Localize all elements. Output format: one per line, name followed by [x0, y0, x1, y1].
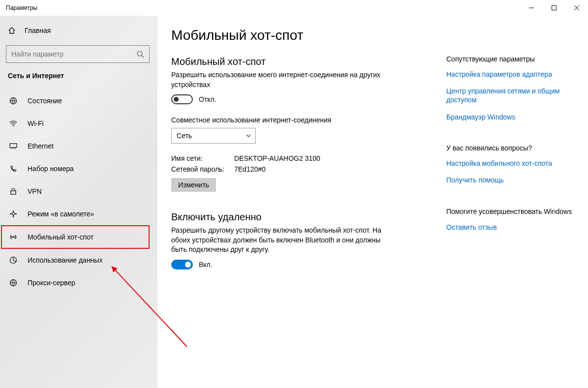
- window-title: Параметры: [6, 4, 37, 11]
- sidebar: Главная Сеть и Интернет Состояние Wi-Fi …: [0, 16, 157, 388]
- remote-desc: Разрешить другому устройству включать мо…: [171, 226, 388, 255]
- improve-heading: Помогите усовершенствовать Windows: [446, 207, 574, 216]
- svg-line-5: [142, 56, 144, 58]
- sidebar-item-label: Ethernet: [28, 142, 54, 150]
- share-select-value: Сеть: [177, 132, 192, 140]
- remote-toggle[interactable]: [171, 260, 193, 269]
- sidebar-category: Сеть и Интернет: [0, 70, 157, 85]
- home-icon: [8, 27, 16, 34]
- maximize-button[interactable]: [543, 0, 565, 16]
- svg-point-7: [13, 125, 14, 126]
- data-usage-icon: [9, 256, 18, 264]
- sidebar-item-label: Состояние: [28, 97, 62, 105]
- svg-rect-12: [11, 191, 16, 194]
- svg-rect-1: [552, 6, 557, 10]
- sidebar-item-label: VPN: [28, 187, 42, 195]
- hotspot-toggle-label: Откл.: [199, 95, 217, 103]
- hotspot-toggle[interactable]: [171, 94, 193, 104]
- remote-toggle-label: Вкл.: [199, 261, 213, 269]
- sidebar-item-label: Использование данных: [28, 256, 102, 264]
- sidebar-item-status[interactable]: Состояние: [0, 90, 157, 112]
- sidebar-item-hotspot[interactable]: Мобильный хот-спот: [1, 225, 150, 249]
- svg-point-4: [137, 51, 142, 56]
- link-network-center[interactable]: Центр управления сетями и общим доступом: [446, 87, 574, 104]
- wifi-icon: [9, 119, 18, 127]
- sidebar-item-label: Мобильный хот-спот: [28, 233, 93, 241]
- share-select[interactable]: Сеть: [171, 128, 256, 144]
- status-icon: [9, 97, 18, 105]
- share-label: Совместное использование интернет-соедин…: [171, 116, 446, 124]
- related-heading: Сопутствующие параметры: [446, 55, 574, 63]
- sidebar-item-dialup[interactable]: Набор номера: [0, 157, 157, 180]
- sidebar-item-label: Набор номера: [28, 165, 74, 173]
- sidebar-item-airplane[interactable]: Режим «в самолете»: [0, 203, 157, 225]
- sidebar-item-vpn[interactable]: VPN: [0, 180, 157, 203]
- remote-heading: Включить удаленно: [171, 211, 446, 223]
- search-input[interactable]: [11, 50, 136, 58]
- content: Мобильный хот-спот Мобильный хот-спот Ра…: [171, 28, 446, 388]
- dialup-icon: [9, 165, 18, 173]
- net-pass-value: 7Ed120#0: [234, 165, 266, 173]
- chevron-down-icon: [246, 133, 251, 139]
- sidebar-item-label: Wi-Fi: [28, 119, 44, 127]
- sidebar-item-data-usage[interactable]: Использование данных: [0, 249, 157, 271]
- window-controls: [520, 0, 588, 16]
- net-pass-label: Сетевой пароль:: [171, 165, 234, 173]
- hotspot-desc: Разрешить использование моего интернет-с…: [171, 70, 383, 90]
- link-hotspot-setup[interactable]: Настройка мобильного хот-спота: [446, 159, 574, 168]
- airplane-icon: [9, 210, 18, 218]
- edit-button[interactable]: Изменить: [171, 178, 216, 192]
- ethernet-icon: [9, 142, 18, 150]
- sidebar-item-label: Режим «в самолете»: [28, 210, 94, 218]
- sidebar-item-label: Прокси-сервер: [28, 279, 75, 287]
- sidebar-item-ethernet[interactable]: Ethernet: [0, 135, 157, 157]
- sidebar-home-label: Главная: [25, 27, 51, 34]
- close-button[interactable]: [565, 0, 588, 16]
- minimize-button[interactable]: [520, 0, 543, 16]
- main: Мобильный хот-спот Мобильный хот-спот Ра…: [157, 16, 588, 388]
- net-name-value: DESKTOP-AUAHOG2 3100: [234, 154, 320, 162]
- svg-point-13: [13, 237, 14, 238]
- aside: Сопутствующие параметры Настройка параме…: [446, 28, 574, 388]
- link-feedback[interactable]: Оставить отзыв: [446, 223, 574, 232]
- sidebar-item-wifi[interactable]: Wi-Fi: [0, 112, 157, 135]
- net-name-label: Имя сети:: [171, 154, 234, 162]
- titlebar: Параметры: [0, 0, 588, 16]
- sidebar-nav: Состояние Wi-Fi Ethernet Набор номера VP…: [0, 90, 157, 294]
- proxy-icon: [9, 279, 18, 287]
- questions-heading: У вас появились вопросы?: [446, 144, 574, 152]
- svg-rect-8: [10, 144, 17, 148]
- hotspot-heading: Мобильный хот-спот: [171, 56, 446, 67]
- page-title: Мобильный хот-спот: [171, 28, 446, 43]
- link-get-help[interactable]: Получить помощь: [446, 176, 574, 184]
- link-adapter-settings[interactable]: Настройка параметров адаптера: [446, 70, 574, 79]
- hotspot-icon: [9, 233, 18, 241]
- search-icon: [136, 50, 144, 58]
- sidebar-home[interactable]: Главная: [0, 20, 157, 41]
- sidebar-item-proxy[interactable]: Прокси-сервер: [0, 271, 157, 294]
- link-firewall[interactable]: Брандмауэр Windows: [446, 113, 574, 121]
- vpn-icon: [9, 187, 18, 195]
- search-input-wrapper[interactable]: [6, 45, 150, 63]
